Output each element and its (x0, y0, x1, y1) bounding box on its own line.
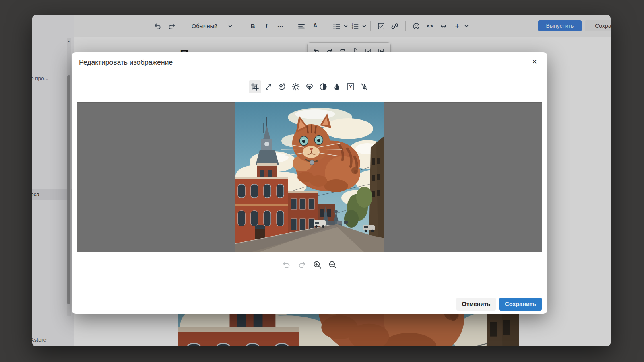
bold-button[interactable]: B (247, 21, 258, 32)
sidebar-brand[interactable]: Astore (32, 337, 46, 343)
bullet-list-icon (331, 21, 342, 32)
text-color-button[interactable]: A (310, 21, 321, 32)
zoom-in-icon[interactable] (312, 259, 323, 270)
toolbar-divider (182, 21, 182, 31)
format-toolbar: Обычный B I ⋯ A 123 (74, 15, 611, 37)
toolbar-divider (291, 21, 291, 31)
align-icon[interactable] (296, 21, 307, 32)
publish-button[interactable]: Выпустить (538, 20, 582, 31)
remove-color-tool-button[interactable] (358, 80, 371, 93)
save-button[interactable]: Сохранить (499, 298, 542, 311)
saturation-tool-button[interactable] (331, 80, 343, 93)
cat-city-image (235, 102, 384, 252)
rotate-tool-button[interactable] (276, 80, 289, 93)
brightness-tool-button[interactable] (290, 80, 302, 93)
insert-block-button[interactable]: + (450, 21, 469, 32)
expand-icon[interactable] (438, 21, 449, 32)
toolbar-divider (370, 21, 371, 31)
edit-image-modal: Редактировать изображение × (72, 52, 547, 314)
toolbar-divider (405, 21, 406, 31)
contrast-tool-button[interactable] (317, 80, 330, 93)
sidebar-scrollbar[interactable]: ▲ (67, 38, 71, 316)
modal-title: Редактировать изображение (79, 58, 173, 67)
numbered-list-button[interactable]: 123 (348, 21, 367, 32)
chevron-down-icon (362, 24, 367, 29)
bullet-list-button[interactable] (330, 21, 348, 32)
top-save-button[interactable]: Сохранить (585, 20, 611, 31)
svg-text:3: 3 (352, 27, 353, 29)
emoji-icon[interactable] (411, 21, 422, 32)
code-button[interactable]: <> (424, 21, 436, 32)
undo-icon[interactable] (152, 21, 163, 32)
scrollbar-up-arrow-icon[interactable]: ▲ (67, 39, 71, 44)
link-icon[interactable] (389, 21, 400, 32)
svg-text:Y: Y (349, 84, 352, 89)
chevron-down-icon (464, 24, 469, 29)
cancel-button[interactable]: Отменить (456, 298, 496, 311)
paragraph-style-value: Обычный (192, 23, 217, 29)
italic-button[interactable]: I (261, 21, 272, 32)
toolbar-divider (326, 21, 326, 31)
image-preview-area (77, 102, 542, 252)
preview-image[interactable] (235, 102, 384, 252)
image-tools-row: Y (72, 80, 547, 94)
more-formats-button[interactable]: ⋯ (275, 21, 286, 32)
toolbar-divider (242, 21, 242, 31)
edit-history-controls (72, 259, 547, 272)
paragraph-style-select[interactable]: Обычный (188, 20, 237, 32)
chevron-down-icon (343, 24, 348, 29)
plus-icon: + (452, 21, 463, 32)
chevron-down-icon (228, 24, 233, 29)
numbered-list-icon: 123 (349, 21, 361, 32)
cat-city-image (178, 314, 519, 346)
close-icon[interactable]: × (532, 57, 537, 66)
document-image-block[interactable] (178, 314, 519, 346)
edit-undo-icon[interactable] (281, 259, 292, 270)
redo-icon[interactable] (166, 21, 177, 32)
crop-tool-button[interactable] (249, 80, 261, 93)
resize-tool-button[interactable] (262, 80, 275, 93)
desktop-background: о про... оса Astore ▲ Обычный B I (0, 0, 644, 362)
sharpen-tool-button[interactable] (303, 80, 316, 93)
filter-tool-button[interactable]: Y (345, 80, 357, 93)
scrollbar-thumb[interactable] (67, 75, 70, 304)
sidebar: о про... оса Astore ▲ (32, 15, 74, 346)
zoom-out-icon[interactable] (327, 259, 338, 270)
edit-redo-icon[interactable] (296, 259, 308, 270)
checklist-icon[interactable] (376, 21, 387, 32)
modal-footer: Отменить Сохранить (72, 295, 547, 314)
